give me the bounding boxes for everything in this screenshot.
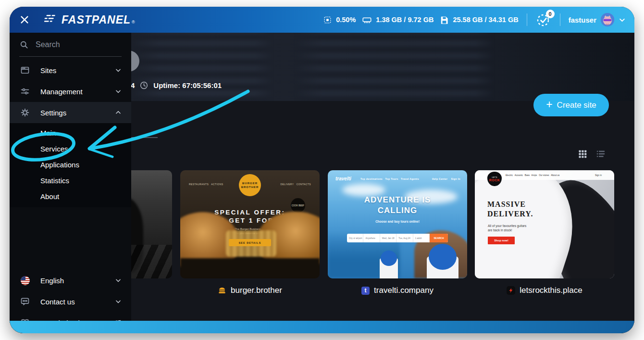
site-nav-right: DELIVERY CONTACTS <box>281 183 311 186</box>
sidebar-item-contact-us[interactable]: Contact us <box>10 291 131 312</box>
sidebar-item-settings[interactable]: Settings <box>10 102 131 123</box>
registered-mark: ® <box>132 20 135 25</box>
cpu-icon <box>323 15 332 25</box>
uptime-value: Uptime: 67:05:56:01 <box>153 81 222 89</box>
server-uptime-row: 4 Uptime: 67:05:56:01 <box>131 81 222 90</box>
letsrock-favicon <box>507 286 515 295</box>
site-card-travelti[interactable]: travelti Top destinations Top Tours Trav… <box>328 170 467 278</box>
site-subtext: All of your favourites guitars <box>488 224 526 227</box>
travelti-favicon: t <box>361 287 370 295</box>
top-bar: FASTPANEL ® 0.50% 1.38 GB / 9.72 GB 2 <box>10 7 634 33</box>
chevron-down-icon <box>619 16 626 24</box>
sidebar-item-management[interactable]: Management <box>10 81 131 102</box>
submenu-item-main[interactable]: Main <box>10 125 131 141</box>
chevron-down-icon <box>115 277 122 284</box>
site-headline: ADVENTURE IS <box>328 195 467 205</box>
sidebar-item-label: Settings <box>40 109 66 117</box>
site-subtext: Choose and buy tours online! <box>328 220 467 223</box>
sliders-icon <box>19 87 31 96</box>
username: fastuser <box>569 16 596 24</box>
site-nav-left: Top destinations Top Tours Travel Agents <box>360 177 419 180</box>
close-menu-button[interactable] <box>17 13 32 27</box>
site-card-letsrock[interactable]: Electric Acoustic Bass Amps Our stores A… <box>475 170 614 278</box>
ram-icon <box>362 15 372 25</box>
disk-usage-stat: 25.58 GB / 34.31 GB <box>440 15 518 25</box>
search-button: SEARCH <box>430 234 448 242</box>
sidebar-item-label: English <box>40 277 64 285</box>
submenu-item-applications[interactable]: Applications <box>10 157 131 173</box>
server-ip-fragment: 4 <box>131 81 135 89</box>
clock-icon <box>139 81 149 90</box>
chevron-down-icon <box>115 88 122 95</box>
settings-submenu: Main Services Applications Statistics Ab… <box>10 123 131 207</box>
site-link-letsrock[interactable]: letsrockthis.place <box>475 286 614 295</box>
tasks-notification-button[interactable]: 0 <box>535 12 552 28</box>
submenu-item-about[interactable]: About <box>10 189 131 204</box>
site-name: letsrockthis.place <box>520 286 582 295</box>
site-name: burger.brother <box>231 286 282 295</box>
burger-favicon <box>218 286 226 295</box>
disk-usage-value: 25.58 GB / 34.31 GB <box>453 16 518 24</box>
santorini-dome <box>427 256 458 278</box>
sidebar-item-label: Contact us <box>40 298 75 306</box>
site-card-burger-brother[interactable]: RESTAURANTS ACTIONS DELIVERY CONTACTS BU… <box>180 170 320 278</box>
notification-count-badge: 0 <box>546 10 555 18</box>
cpu-usage-stat: 0.50% <box>323 15 356 25</box>
create-site-button[interactable]: + Create site <box>533 94 609 116</box>
see-details-button: SEE DETAILS <box>229 239 271 246</box>
cpu-usage-value: 0.50% <box>336 16 356 24</box>
sidebar-item-sites[interactable]: Sites <box>10 60 131 81</box>
travelti-logo: travelti <box>335 176 351 181</box>
submenu-item-statistics[interactable]: Statistics <box>10 173 131 189</box>
chevron-up-icon <box>115 109 122 116</box>
site-headline: MASSIVE <box>487 200 526 209</box>
sidebar-item-label: Sites <box>40 66 56 75</box>
app-window: 4 Uptime: 67:05:56:01 + Create site <box>10 7 634 333</box>
burger-brother-logo: BURGER BROTHER <box>239 174 261 196</box>
create-site-label: Create site <box>557 101 596 110</box>
sites-icon <box>19 65 31 75</box>
sidebar-item-language[interactable]: English <box>10 270 131 291</box>
site-nav-signin: Sign in <box>595 174 602 176</box>
shop-now-button: Shop now! <box>488 237 515 244</box>
disk-icon <box>440 15 449 25</box>
site-nav-left: RESTAURANTS ACTIONS <box>189 183 223 186</box>
user-menu[interactable]: fastuser <box>569 13 626 26</box>
ram-usage-value: 1.38 GB / 9.72 GB <box>376 16 433 24</box>
search-icon <box>19 40 29 50</box>
tour-search-bar: City or airport Anywhere Wed, Jan 18 Tue… <box>347 234 448 242</box>
sidebar-item-label: Management <box>40 88 83 96</box>
fastpanel-logo[interactable]: FASTPANEL ® <box>44 13 135 26</box>
search-input[interactable] <box>36 40 108 49</box>
list-view-icon[interactable] <box>596 150 606 158</box>
user-avatar <box>601 13 614 26</box>
gear-icon <box>19 108 31 117</box>
sidebar-menu: Sites Management Settings Main <box>10 33 131 333</box>
ram-usage-stat: 1.38 GB / 9.72 GB <box>362 15 433 25</box>
fastpanel-logo-icon <box>44 13 58 26</box>
santorini-dome <box>380 258 398 278</box>
grid-view-icon[interactable] <box>578 149 587 159</box>
fastpanel-logo-text: FASTPANEL <box>62 13 131 26</box>
site-link-travelti[interactable]: t travelti.company <box>328 286 467 295</box>
site-link-burger-brother[interactable]: burger.brother <box>180 286 320 295</box>
bottom-gradient-strip <box>10 321 634 333</box>
plus-icon: + <box>546 98 552 111</box>
submenu-item-services[interactable]: Services <box>10 141 131 157</box>
chat-bubble-icon <box>19 297 31 306</box>
site-nav-right: Help Center Sign In <box>432 177 460 180</box>
active-tab-underline <box>131 137 158 138</box>
chevron-down-icon <box>115 67 122 74</box>
us-flag-icon <box>19 276 31 285</box>
site-name: travelti.company <box>374 286 433 295</box>
site-nav: Electric Acoustic Bass Amps Our stores A… <box>506 174 559 176</box>
sidebar-search[interactable] <box>19 33 122 57</box>
chevron-down-icon <box>115 298 122 305</box>
